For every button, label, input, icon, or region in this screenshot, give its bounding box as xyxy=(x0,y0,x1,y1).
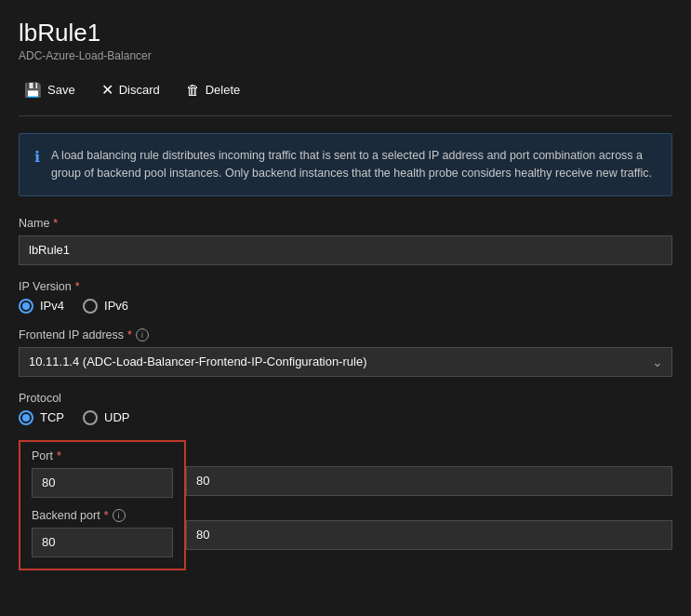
tcp-radio-label[interactable]: TCP xyxy=(19,410,64,425)
ip-version-radio-group: IPv4 IPv6 xyxy=(19,299,672,314)
name-label: Name xyxy=(19,217,49,230)
protocol-radio-group: TCP UDP xyxy=(19,410,672,425)
backend-port-info-icon[interactable]: i xyxy=(113,509,126,522)
port-section: Port * xyxy=(32,449,173,498)
protocol-section: Protocol TCP UDP xyxy=(19,392,672,425)
discard-icon: ✕ xyxy=(101,81,113,99)
backend-port-section: Backend port * i xyxy=(32,509,173,557)
ipv4-label: IPv4 xyxy=(40,299,64,313)
toolbar: 💾 Save ✕ Discard 🗑 Delete xyxy=(19,77,672,116)
page-subtitle: ADC-Azure-Load-Balancer xyxy=(19,49,672,62)
page-title: lbRule1 xyxy=(19,19,672,47)
tcp-radio-inner xyxy=(22,414,30,422)
backend-port-input[interactable] xyxy=(32,528,173,557)
frontend-ip-required-star: * xyxy=(127,328,132,341)
ipv6-radio-button[interactable] xyxy=(83,299,98,314)
backend-port-required-star: * xyxy=(104,509,109,522)
ipv4-radio-button[interactable] xyxy=(19,299,33,314)
frontend-ip-label: Frontend IP address xyxy=(19,328,124,341)
protocol-label: Protocol xyxy=(19,392,61,405)
port-required-star: * xyxy=(57,449,61,462)
port-input[interactable] xyxy=(32,468,173,498)
info-icon: ℹ xyxy=(34,148,40,182)
frontend-ip-section: Frontend IP address * i 10.11.1.4 (ADC-L… xyxy=(19,328,672,377)
tcp-label: TCP xyxy=(40,410,64,424)
ipv4-radio-inner xyxy=(22,302,30,310)
port-highlight-box: Port * Backend port * i xyxy=(19,440,186,570)
tcp-radio-button[interactable] xyxy=(19,410,33,425)
backend-port-label: Backend port xyxy=(32,509,100,522)
discard-button[interactable]: ✕ Discard xyxy=(96,77,166,102)
backend-port-fullwidth-input[interactable] xyxy=(186,520,672,550)
info-text: A load balancing rule distributes incomi… xyxy=(51,147,657,182)
port-label: Port xyxy=(32,449,53,462)
name-section: Name * xyxy=(19,217,672,265)
ip-version-section: IP Version * IPv4 IPv6 xyxy=(19,280,672,314)
frontend-ip-select-wrapper: 10.11.1.4 (ADC-Load-Balancer-Frontend-IP… xyxy=(19,347,672,377)
udp-radio-label[interactable]: UDP xyxy=(83,410,129,425)
frontend-ip-info-icon[interactable]: i xyxy=(136,328,149,341)
ipv4-radio-label[interactable]: IPv4 xyxy=(19,299,64,314)
info-box: ℹ A load balancing rule distributes inco… xyxy=(19,133,672,196)
frontend-ip-select[interactable]: 10.11.1.4 (ADC-Load-Balancer-Frontend-IP… xyxy=(19,347,672,377)
ipv6-radio-label[interactable]: IPv6 xyxy=(83,299,128,314)
ip-version-label: IP Version xyxy=(19,280,72,293)
save-button[interactable]: 💾 Save xyxy=(19,78,81,102)
ip-version-required-star: * xyxy=(75,280,80,293)
udp-label: UDP xyxy=(104,410,129,424)
name-required-star: * xyxy=(53,217,58,230)
delete-icon: 🗑 xyxy=(186,82,200,98)
name-input[interactable] xyxy=(19,235,672,265)
udp-radio-button[interactable] xyxy=(83,410,98,425)
port-fullwidth-input[interactable] xyxy=(186,466,672,496)
save-icon: 💾 xyxy=(24,82,42,99)
delete-button[interactable]: 🗑 Delete xyxy=(180,78,246,101)
ipv6-label: IPv6 xyxy=(104,299,128,313)
